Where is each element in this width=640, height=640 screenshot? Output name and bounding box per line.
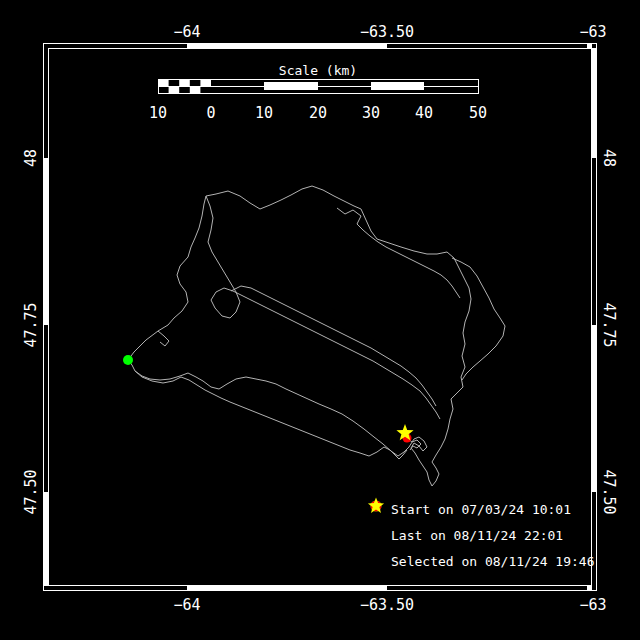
track-polyline — [231, 286, 436, 406]
legend-selected-label: Selected on 08/11/24 19:46 — [391, 555, 595, 568]
frame-tick-segment — [43, 492, 48, 586]
scalebar-checker-cell — [200, 79, 211, 86]
lat-tick-label-right: 48 — [601, 149, 616, 167]
scalebar-tick-label: 40 — [415, 106, 433, 121]
lat-tick-label-left: 47.50 — [24, 469, 39, 514]
lon-tick-label-bottom: −63 — [579, 598, 606, 613]
lon-tick-label-top: −64 — [173, 25, 200, 40]
lon-tick-label-top: −63 — [579, 25, 606, 40]
lat-tick-label-right: 47.75 — [601, 302, 616, 347]
track-polyline — [206, 196, 440, 419]
lat-tick-label-right: 47.50 — [601, 469, 616, 514]
scalebar-tick-label: 10 — [255, 106, 273, 121]
scalebar-tick-label: 30 — [362, 106, 380, 121]
lat-tick-label-left: 48 — [24, 149, 39, 167]
track-polyline — [135, 371, 407, 459]
legend-item-start: Start on 07/03/24 10:01 — [366, 496, 595, 522]
last-circle-icon — [366, 527, 382, 543]
scalebar-filled-section — [371, 82, 424, 90]
frame-tick-segment — [587, 43, 592, 48]
legend: Start on 07/03/24 10:01 Last on 08/11/24… — [366, 496, 595, 574]
track-map-figure: Scale (km) −64−63.50−63−64−63.50−634847.… — [0, 0, 640, 640]
legend-item-last: Last on 08/11/24 22:01 — [366, 522, 595, 548]
scalebar-tick-label: 0 — [206, 106, 215, 121]
scalebar-checker-cell — [169, 86, 180, 93]
lat-tick-label-left: 47.75 — [24, 302, 39, 347]
selected-star-icon — [366, 553, 382, 569]
frame-tick-segment — [587, 586, 592, 591]
scalebar-checker-cell — [158, 79, 169, 86]
frame-tick-segment — [592, 325, 597, 492]
scalebar-title: Scale (km) — [279, 63, 357, 78]
track-polyline — [158, 331, 169, 346]
track-polyline — [452, 258, 505, 380]
track-polyline — [128, 186, 471, 486]
lon-tick-label-bottom: −63.50 — [360, 598, 414, 613]
lon-tick-label-bottom: −64 — [173, 598, 200, 613]
legend-last-label: Last on 08/11/24 22:01 — [391, 529, 563, 542]
start-marker — [123, 355, 133, 365]
scalebar-filled-section — [264, 82, 318, 90]
frame-tick-segment — [187, 43, 387, 48]
frame-tick-segment — [187, 586, 387, 591]
scalebar-checker-cell — [190, 86, 201, 93]
scalebar-tick-label: 20 — [309, 106, 327, 121]
legend-item-selected: Selected on 08/11/24 19:46 — [366, 548, 595, 574]
legend-start-label: Start on 07/03/24 10:01 — [391, 503, 571, 516]
frame-tick-segment — [43, 158, 48, 325]
frame-tick-segment — [592, 48, 597, 158]
scalebar-tick-label: 10 — [149, 106, 167, 121]
lon-tick-label-top: −63.50 — [360, 25, 414, 40]
scalebar-checker-cell — [179, 79, 190, 86]
scalebar-tick-label: 50 — [469, 106, 487, 121]
